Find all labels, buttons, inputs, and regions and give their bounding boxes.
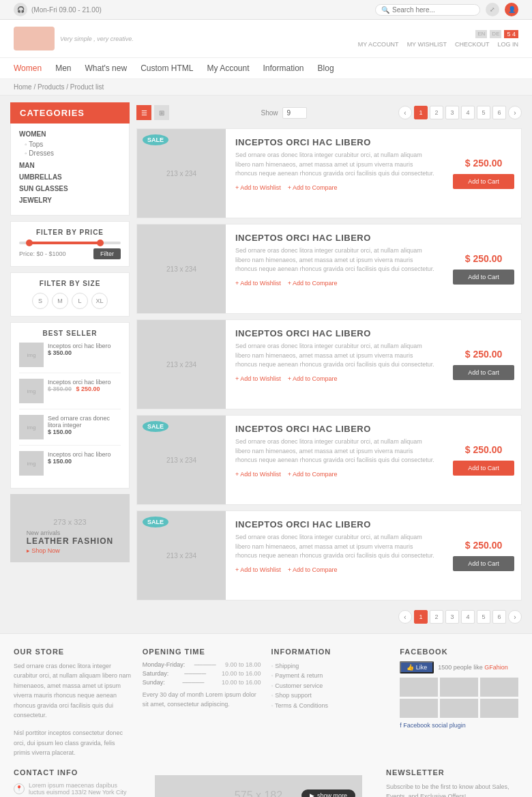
lang-de[interactable]: DE <box>490 30 501 38</box>
breadcrumb-products[interactable]: Products <box>38 83 64 91</box>
bs-img-1: img <box>19 343 44 367</box>
add-wishlist-4[interactable]: Add to Wishlist <box>235 471 281 478</box>
info-link-shipping[interactable]: Shipping <box>271 661 390 671</box>
prev-page-top[interactable]: ‹ <box>398 106 412 119</box>
size-m[interactable]: M <box>52 293 68 309</box>
fb-social-plugin[interactable]: f Facebook social plugin <box>400 722 518 729</box>
product-actions-1: Add to Wishlist Add to Compare <box>235 184 437 191</box>
page-1-bottom[interactable]: 1 <box>414 610 428 624</box>
info-link-terms[interactable]: Terms & Conditions <box>271 701 390 710</box>
bs-info-4: Inceptos orci hac libero $ 150.00 <box>48 451 111 476</box>
cat-dresses[interactable]: Dresses <box>19 149 121 158</box>
nav-whats-new[interactable]: What's new <box>85 63 127 73</box>
time-2: 10.00 to 16.00 <box>222 670 261 677</box>
add-compare-3[interactable]: Add to Compare <box>288 375 338 382</box>
info-link-customer[interactable]: Customer service <box>271 681 390 691</box>
price-slider-fill <box>29 242 100 244</box>
bestseller-title: BEST SELLER <box>19 330 121 337</box>
size-s[interactable]: S <box>32 293 48 309</box>
checkout-link[interactable]: CHECKOUT <box>455 41 490 48</box>
share-icon[interactable]: ⤢ <box>486 3 499 16</box>
info-link-support[interactable]: Shop support <box>271 691 390 700</box>
nav-custom-html[interactable]: Custom HTML <box>141 63 193 73</box>
login-link[interactable]: LOG IN <box>497 41 518 48</box>
nav-men[interactable]: Men <box>55 63 71 73</box>
product-name-4: INCEPTOS ORCI HAC LIBERO <box>235 424 437 434</box>
cat-jewelry-title[interactable]: JEWELRY <box>19 197 121 204</box>
time-1: 9.00 to 18.00 <box>225 661 261 668</box>
page-2-top[interactable]: 2 <box>430 106 443 119</box>
nav-information[interactable]: Information <box>263 63 304 73</box>
search-bar[interactable]: 🔍 <box>375 4 480 16</box>
page-4-top[interactable]: 4 <box>461 106 475 119</box>
page-6-top[interactable]: 6 <box>492 106 506 119</box>
add-to-cart-5[interactable]: Add to Cart <box>453 556 514 571</box>
search-input[interactable] <box>392 6 474 14</box>
add-wishlist-2[interactable]: Add to Wishlist <box>235 280 281 287</box>
product-image-1: SALE 213 x 234 <box>137 129 226 218</box>
prev-page-bottom[interactable]: ‹ <box>398 610 412 624</box>
wishlist-link[interactable]: MY WISHLIST <box>407 41 447 48</box>
product-card-4: SALE 213 x 234 INCEPTOS ORCI HAC LIBERO … <box>136 415 522 505</box>
list-view-button[interactable]: ☰ <box>136 105 151 120</box>
add-compare-1[interactable]: Add to Compare <box>288 184 338 191</box>
product-price-col-5: $ 250.00 Add to Cart <box>446 511 521 600</box>
page-3-bottom[interactable]: 3 <box>445 610 459 624</box>
lang-en[interactable]: EN <box>475 30 487 38</box>
price-2: $ 250.00 <box>465 253 503 264</box>
show-select[interactable]: 9 18 27 <box>282 107 307 119</box>
day-1: Monday-Friday: <box>143 661 186 668</box>
nav-women[interactable]: Women <box>14 63 42 73</box>
grid-view-button[interactable]: ⊞ <box>154 105 169 120</box>
page-5-top[interactable]: 5 <box>477 106 490 119</box>
add-wishlist-1[interactable]: Add to Wishlist <box>235 184 281 191</box>
facebook-title: FACEBOOK <box>400 648 518 656</box>
show-more-button[interactable]: ▶ show more <box>301 789 355 797</box>
filter-price-button[interactable]: Filter <box>93 248 121 259</box>
add-wishlist-5[interactable]: Add to Wishlist <box>235 566 281 573</box>
top-bar-left: 🎧 (Mon-Fri 09.00 - 21.00) <box>14 3 102 16</box>
add-compare-5[interactable]: Add to Compare <box>288 566 338 573</box>
slider-thumb-left[interactable] <box>26 240 33 246</box>
bs-name-2: Inceptos orci hac libero <box>48 379 111 386</box>
cat-sunglasses-title[interactable]: SUN GLASSES <box>19 185 121 192</box>
add-to-cart-1[interactable]: Add to Cart <box>453 174 514 189</box>
size-l[interactable]: L <box>72 293 88 309</box>
my-account-link[interactable]: MY ACCOUNT <box>358 41 399 48</box>
price-4: $ 250.00 <box>465 444 503 455</box>
page-4-bottom[interactable]: 4 <box>461 610 475 624</box>
product-desc-2: Sed ornare oras donec litora integer cur… <box>235 246 437 274</box>
product-image-4: SALE 213 x 234 <box>137 416 226 504</box>
slider-thumb-right[interactable] <box>97 240 104 246</box>
nav-my-account[interactable]: My Account <box>207 63 249 73</box>
banner-shop-now-link[interactable]: Shop Now <box>27 547 113 554</box>
sidebar-banner: 273 x 323 New arrivals LEATHER FASHION S… <box>10 494 130 562</box>
fb-like-button[interactable]: 👍 Like <box>400 661 434 673</box>
add-wishlist-3[interactable]: Add to Wishlist <box>235 375 281 382</box>
add-to-cart-2[interactable]: Add to Cart <box>453 270 514 285</box>
page-1-top[interactable]: 1 <box>414 106 428 119</box>
breadcrumb-current: Product list <box>70 83 104 91</box>
page-3-top[interactable]: 3 <box>445 106 459 119</box>
cat-tops[interactable]: Tops <box>19 140 121 149</box>
cat-umbrellas-title[interactable]: UMBRELLAS <box>19 173 121 181</box>
page-5-bottom[interactable]: 5 <box>477 610 490 624</box>
fb-thumb-6 <box>480 699 518 718</box>
filter-size-title: FILTER BY SIZE <box>19 280 121 287</box>
breadcrumb-home[interactable]: Home <box>14 83 32 91</box>
price-slider-track[interactable] <box>19 242 121 244</box>
contact-address: Lorem ipsum maecenas dapibus luctus euis… <box>29 782 131 796</box>
add-to-cart-3[interactable]: Add to Cart <box>453 365 514 380</box>
next-page-top[interactable]: › <box>508 106 522 119</box>
nav-blog[interactable]: Blog <box>318 63 334 73</box>
lang-number: 5 4 <box>504 30 518 38</box>
next-page-bottom[interactable]: › <box>508 610 522 624</box>
info-link-payment[interactable]: Payment & return <box>271 671 390 680</box>
add-compare-4[interactable]: Add to Compare <box>288 471 338 478</box>
add-compare-2[interactable]: Add to Compare <box>288 280 338 287</box>
page-2-bottom[interactable]: 2 <box>430 610 443 624</box>
user-icon[interactable]: 👤 <box>505 3 518 16</box>
size-xl[interactable]: XL <box>91 293 108 309</box>
add-to-cart-4[interactable]: Add to Cart <box>453 461 514 476</box>
page-6-bottom[interactable]: 6 <box>492 610 506 624</box>
